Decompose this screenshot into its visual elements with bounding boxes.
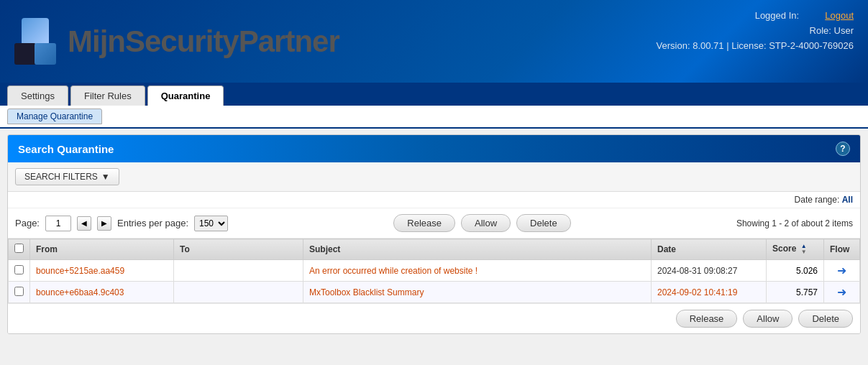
next-page-button[interactable]: ▶ — [97, 216, 111, 231]
logged-in-label: Logged In: — [755, 10, 799, 21]
table-row: bounce+e6baa4.9c403 MxToolbox Blacklist … — [9, 282, 860, 303]
tab-filter-rules[interactable]: Filter Rules — [70, 86, 145, 106]
row-1-to — [174, 260, 303, 282]
row-2-from-link[interactable]: bounce+e6baa4.9c403 — [36, 287, 124, 297]
table-row: bounce+5215ae.aa459 An error occurred wh… — [9, 260, 860, 282]
quarantine-table: From To Subject Date Score ▲ ▼ Flow — [8, 239, 860, 303]
sub-nav: Manage Quarantine — [0, 106, 868, 129]
delete-button-bottom[interactable]: Delete — [798, 310, 853, 328]
release-button-top[interactable]: Release — [393, 214, 455, 232]
row-1-score: 5.026 — [767, 260, 824, 282]
col-header-checkbox — [9, 239, 30, 260]
tab-quarantine[interactable]: Quarantine — [147, 86, 224, 106]
row-2-score: 5.757 — [767, 282, 824, 303]
panel-header: Search Quarantine ? — [8, 135, 860, 162]
date-range-value[interactable]: All — [842, 195, 853, 205]
col-header-to: To — [174, 239, 303, 260]
row-1-date-value: 2024-08-31 09:08:27 — [657, 266, 737, 276]
row-checkbox-2 — [9, 282, 30, 303]
toolbar-left: Page: ◀ ▶ Entries per page: 25 50 100 15… — [15, 216, 228, 231]
col-header-from: From — [30, 239, 174, 260]
row-2-from: bounce+e6baa4.9c403 — [30, 282, 174, 303]
allow-button-bottom[interactable]: Allow — [743, 310, 792, 328]
date-range-bar: Date range: All — [8, 192, 860, 208]
search-filters-label: SEARCH FILTERS — [24, 172, 98, 182]
role-label: Role: User — [657, 24, 854, 39]
col-header-subject: Subject — [303, 239, 652, 260]
panel-title: Search Quarantine — [18, 143, 114, 155]
header-info: Logged In: Logout Role: User Version: 8.… — [657, 9, 854, 53]
row-1-checkbox[interactable] — [14, 265, 24, 274]
row-2-date: 2024-09-02 10:41:19 — [652, 282, 767, 303]
toolbar-center: Release Allow Delete — [393, 214, 570, 232]
delete-button-top[interactable]: Delete — [516, 214, 571, 232]
prev-page-button[interactable]: ◀ — [77, 216, 91, 231]
tab-settings[interactable]: Settings — [7, 86, 68, 106]
col-header-flow: Flow — [824, 239, 860, 260]
logo: MijnSecurityPartner — [14, 18, 339, 65]
showing-info: Showing 1 - 2 of about 2 items — [736, 218, 853, 228]
help-button[interactable]: ? — [836, 142, 850, 156]
header: MijnSecurityPartner Logged In: Logout Ro… — [0, 0, 868, 83]
allow-button-top[interactable]: Allow — [461, 214, 511, 232]
release-button-bottom[interactable]: Release — [676, 310, 738, 328]
logout-button[interactable]: Logout — [825, 10, 854, 21]
col-header-date: Date — [652, 239, 767, 260]
row-2-to — [174, 282, 303, 303]
row-1-date: 2024-08-31 09:08:27 — [652, 260, 767, 282]
entries-per-page-select[interactable]: 25 50 100 150 200 — [194, 216, 228, 231]
row-1-from-link[interactable]: bounce+5215ae.aa459 — [36, 266, 124, 276]
version-label: Version: 8.00.71 | License: STP-2-4000-7… — [657, 39, 854, 54]
app-title: MijnSecurityPartner — [68, 24, 339, 59]
flow-arrow-icon-1: ➜ — [837, 264, 846, 277]
filters-bar: SEARCH FILTERS ▼ — [8, 162, 860, 192]
search-filters-button[interactable]: SEARCH FILTERS ▼ — [15, 168, 119, 185]
sub-nav-manage-quarantine[interactable]: Manage Quarantine — [7, 108, 102, 124]
toolbar-row: Page: ◀ ▶ Entries per page: 25 50 100 15… — [8, 208, 860, 239]
score-sort-arrows: ▲ ▼ — [801, 244, 807, 255]
dropdown-arrow-icon: ▼ — [101, 172, 110, 182]
row-2-date-value: 2024-09-02 10:41:19 — [657, 287, 737, 297]
select-all-checkbox[interactable] — [14, 244, 24, 253]
row-1-subject: An error occurred while creation of webs… — [303, 260, 652, 282]
col-header-score[interactable]: Score ▲ ▼ — [767, 239, 824, 260]
sort-down-icon: ▼ — [801, 249, 807, 255]
nav-bar: Settings Filter Rules Quarantine — [0, 83, 868, 106]
bottom-toolbar: Release Allow Delete — [8, 303, 860, 333]
page-input[interactable] — [45, 216, 71, 231]
row-1-from: bounce+5215ae.aa459 — [30, 260, 174, 282]
content-area: Search Quarantine ? SEARCH FILTERS ▼ Dat… — [0, 129, 868, 340]
flow-arrow-icon-2: ➜ — [837, 286, 846, 298]
entries-label: Entries per page: — [117, 218, 188, 228]
logo-icon — [14, 18, 58, 65]
row-2-checkbox[interactable] — [14, 287, 24, 296]
row-1-flow: ➜ — [824, 260, 860, 282]
row-1-subject-link[interactable]: An error occurred while creation of webs… — [309, 266, 478, 276]
quarantine-panel: Search Quarantine ? SEARCH FILTERS ▼ Dat… — [7, 134, 861, 334]
row-2-subject: MxToolbox Blacklist Summary — [303, 282, 652, 303]
date-range-label: Date range: — [795, 195, 840, 205]
page-label: Page: — [15, 218, 40, 228]
row-2-subject-link[interactable]: MxToolbox Blacklist Summary — [309, 287, 424, 297]
row-2-flow: ➜ — [824, 282, 860, 303]
row-checkbox-1 — [9, 260, 30, 282]
